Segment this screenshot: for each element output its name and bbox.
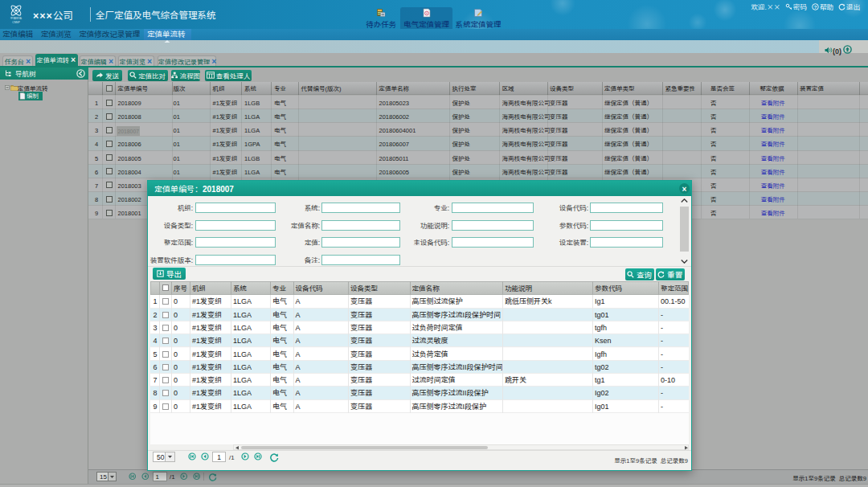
svg-text:?: ? — [814, 3, 817, 10]
svg-text:CNNP: CNNP — [12, 20, 20, 24]
